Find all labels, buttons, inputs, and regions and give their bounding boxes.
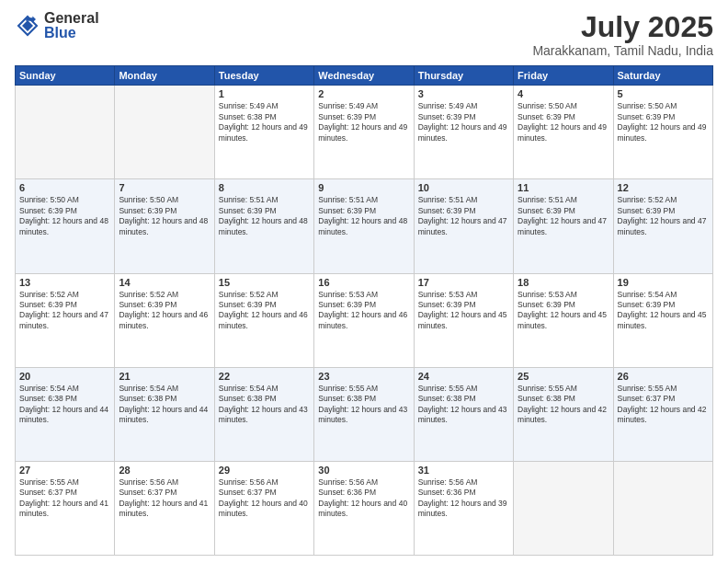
day-info: Sunrise: 5:51 AM Sunset: 6:39 PM Dayligh… <box>418 195 509 237</box>
calendar-day-cell: 26Sunrise: 5:55 AM Sunset: 6:37 PM Dayli… <box>613 367 712 461</box>
day-number: 19 <box>618 277 709 288</box>
day-number: 28 <box>119 465 210 476</box>
header: General Blue July 2025 Marakkanam, Tamil… <box>15 11 713 58</box>
calendar-day-cell: 4Sunrise: 5:50 AM Sunset: 6:39 PM Daylig… <box>514 86 613 179</box>
day-number: 31 <box>418 465 509 476</box>
day-number: 30 <box>318 465 409 476</box>
day-number: 20 <box>19 371 110 382</box>
calendar-day-cell: 16Sunrise: 5:53 AM Sunset: 6:39 PM Dayli… <box>314 273 414 367</box>
calendar-day-cell: 27Sunrise: 5:55 AM Sunset: 6:37 PM Dayli… <box>16 461 115 555</box>
day-info: Sunrise: 5:53 AM Sunset: 6:39 PM Dayligh… <box>318 290 409 332</box>
day-info: Sunrise: 5:51 AM Sunset: 6:39 PM Dayligh… <box>518 195 609 237</box>
day-number: 5 <box>618 88 709 99</box>
calendar-day-cell: 3Sunrise: 5:49 AM Sunset: 6:39 PM Daylig… <box>414 86 513 179</box>
day-number: 12 <box>618 182 709 193</box>
calendar-day-header: Saturday <box>613 66 712 86</box>
calendar-day-cell: 7Sunrise: 5:50 AM Sunset: 6:39 PM Daylig… <box>115 179 214 273</box>
day-info: Sunrise: 5:52 AM Sunset: 6:39 PM Dayligh… <box>219 290 310 332</box>
calendar-day-cell: 10Sunrise: 5:51 AM Sunset: 6:39 PM Dayli… <box>414 179 513 273</box>
day-number: 6 <box>19 182 110 193</box>
day-number: 2 <box>318 88 409 99</box>
calendar-day-cell: 30Sunrise: 5:56 AM Sunset: 6:36 PM Dayli… <box>314 461 414 555</box>
day-number: 26 <box>618 371 709 382</box>
logo-general-text: General <box>44 11 99 26</box>
day-number: 4 <box>518 88 609 99</box>
day-info: Sunrise: 5:55 AM Sunset: 6:37 PM Dayligh… <box>19 477 110 520</box>
day-number: 9 <box>318 182 409 193</box>
calendar-day-cell: 8Sunrise: 5:51 AM Sunset: 6:39 PM Daylig… <box>214 179 313 273</box>
day-info: Sunrise: 5:49 AM Sunset: 6:39 PM Dayligh… <box>418 101 509 144</box>
calendar-day-cell <box>613 461 712 555</box>
day-number: 14 <box>119 277 210 288</box>
calendar-day-cell: 18Sunrise: 5:53 AM Sunset: 6:39 PM Dayli… <box>514 273 613 367</box>
calendar-day-cell: 28Sunrise: 5:56 AM Sunset: 6:37 PM Dayli… <box>115 461 214 555</box>
day-number: 27 <box>19 465 110 476</box>
day-info: Sunrise: 5:55 AM Sunset: 6:38 PM Dayligh… <box>318 384 409 426</box>
logo-icon <box>15 13 40 39</box>
calendar-day-cell: 6Sunrise: 5:50 AM Sunset: 6:39 PM Daylig… <box>16 179 115 273</box>
subtitle: Marakkanam, Tamil Nadu, India <box>532 43 713 58</box>
logo: General Blue <box>15 11 99 40</box>
day-number: 15 <box>219 277 310 288</box>
calendar-week-row: 13Sunrise: 5:52 AM Sunset: 6:39 PM Dayli… <box>16 273 713 367</box>
day-info: Sunrise: 5:50 AM Sunset: 6:39 PM Dayligh… <box>19 195 110 237</box>
day-number: 23 <box>318 371 409 382</box>
logo-blue-text: Blue <box>44 26 99 40</box>
title-area: July 2025 Marakkanam, Tamil Nadu, India <box>532 11 713 58</box>
day-info: Sunrise: 5:56 AM Sunset: 6:37 PM Dayligh… <box>119 477 210 520</box>
calendar-day-cell: 1Sunrise: 5:49 AM Sunset: 6:38 PM Daylig… <box>214 86 313 179</box>
day-number: 22 <box>219 371 310 382</box>
day-info: Sunrise: 5:52 AM Sunset: 6:39 PM Dayligh… <box>19 290 110 332</box>
day-info: Sunrise: 5:50 AM Sunset: 6:39 PM Dayligh… <box>119 195 210 237</box>
day-info: Sunrise: 5:56 AM Sunset: 6:36 PM Dayligh… <box>418 477 509 520</box>
day-number: 25 <box>518 371 609 382</box>
calendar-day-cell: 11Sunrise: 5:51 AM Sunset: 6:39 PM Dayli… <box>514 179 613 273</box>
main-title: July 2025 <box>532 11 713 43</box>
calendar-day-header: Wednesday <box>314 66 414 86</box>
calendar-day-cell <box>514 461 613 555</box>
day-info: Sunrise: 5:51 AM Sunset: 6:39 PM Dayligh… <box>318 195 409 237</box>
calendar-day-cell: 15Sunrise: 5:52 AM Sunset: 6:39 PM Dayli… <box>214 273 313 367</box>
page: General Blue July 2025 Marakkanam, Tamil… <box>0 0 728 563</box>
day-number: 1 <box>219 88 310 99</box>
calendar-week-row: 20Sunrise: 5:54 AM Sunset: 6:38 PM Dayli… <box>16 367 713 461</box>
day-info: Sunrise: 5:53 AM Sunset: 6:39 PM Dayligh… <box>518 290 609 332</box>
calendar-day-cell: 13Sunrise: 5:52 AM Sunset: 6:39 PM Dayli… <box>16 273 115 367</box>
day-info: Sunrise: 5:51 AM Sunset: 6:39 PM Dayligh… <box>219 195 310 237</box>
day-info: Sunrise: 5:50 AM Sunset: 6:39 PM Dayligh… <box>518 101 609 144</box>
day-number: 16 <box>318 277 409 288</box>
day-info: Sunrise: 5:50 AM Sunset: 6:39 PM Dayligh… <box>618 101 709 144</box>
logo-text: General Blue <box>44 11 99 40</box>
calendar-day-header: Sunday <box>16 66 115 86</box>
calendar-week-row: 6Sunrise: 5:50 AM Sunset: 6:39 PM Daylig… <box>16 179 713 273</box>
day-info: Sunrise: 5:55 AM Sunset: 6:38 PM Dayligh… <box>518 384 609 426</box>
day-info: Sunrise: 5:56 AM Sunset: 6:37 PM Dayligh… <box>219 477 310 520</box>
calendar-day-cell: 2Sunrise: 5:49 AM Sunset: 6:39 PM Daylig… <box>314 86 414 179</box>
calendar-day-header: Friday <box>514 66 613 86</box>
calendar-day-cell: 12Sunrise: 5:52 AM Sunset: 6:39 PM Dayli… <box>613 179 712 273</box>
calendar-day-cell <box>115 86 214 179</box>
calendar-day-cell: 9Sunrise: 5:51 AM Sunset: 6:39 PM Daylig… <box>314 179 414 273</box>
calendar-day-cell: 29Sunrise: 5:56 AM Sunset: 6:37 PM Dayli… <box>214 461 313 555</box>
calendar-day-cell: 5Sunrise: 5:50 AM Sunset: 6:39 PM Daylig… <box>613 86 712 179</box>
day-number: 7 <box>119 182 210 193</box>
calendar-day-cell: 23Sunrise: 5:55 AM Sunset: 6:38 PM Dayli… <box>314 367 414 461</box>
day-number: 24 <box>418 371 509 382</box>
day-info: Sunrise: 5:55 AM Sunset: 6:37 PM Dayligh… <box>618 384 709 426</box>
day-info: Sunrise: 5:49 AM Sunset: 6:38 PM Dayligh… <box>219 101 310 144</box>
day-info: Sunrise: 5:54 AM Sunset: 6:38 PM Dayligh… <box>219 384 310 426</box>
calendar-day-header: Tuesday <box>214 66 313 86</box>
calendar-day-cell: 24Sunrise: 5:55 AM Sunset: 6:38 PM Dayli… <box>414 367 513 461</box>
calendar-day-cell: 19Sunrise: 5:54 AM Sunset: 6:39 PM Dayli… <box>613 273 712 367</box>
day-number: 18 <box>518 277 609 288</box>
calendar-week-row: 1Sunrise: 5:49 AM Sunset: 6:38 PM Daylig… <box>16 86 713 179</box>
day-info: Sunrise: 5:54 AM Sunset: 6:39 PM Dayligh… <box>618 290 709 332</box>
day-info: Sunrise: 5:49 AM Sunset: 6:39 PM Dayligh… <box>318 101 409 144</box>
day-number: 8 <box>219 182 310 193</box>
calendar-day-cell: 25Sunrise: 5:55 AM Sunset: 6:38 PM Dayli… <box>514 367 613 461</box>
day-number: 11 <box>518 182 609 193</box>
calendar-day-cell <box>16 86 115 179</box>
day-number: 29 <box>219 465 310 476</box>
calendar-table: SundayMondayTuesdayWednesdayThursdayFrid… <box>15 65 713 556</box>
calendar-day-cell: 17Sunrise: 5:53 AM Sunset: 6:39 PM Dayli… <box>414 273 513 367</box>
